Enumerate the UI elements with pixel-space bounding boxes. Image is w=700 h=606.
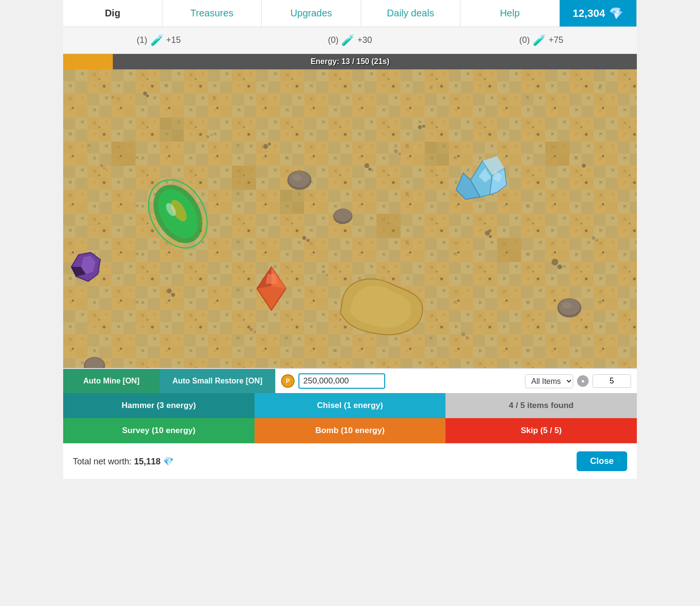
filter-count-input[interactable]	[592, 374, 631, 388]
footer: Total net worth: 15,118 💎 Close	[63, 443, 637, 479]
energy-bar-fill	[63, 54, 113, 69]
bomb-button[interactable]: Bomb (10 energy)	[255, 418, 446, 443]
controls-row1: Auto Mine [ON] Auto Small Restore [ON] P…	[63, 368, 637, 393]
svg-point-142	[596, 239, 598, 242]
svg-rect-133	[497, 238, 521, 262]
svg-rect-132	[425, 142, 449, 166]
svg-point-91	[485, 231, 490, 236]
svg-point-95	[364, 163, 369, 168]
svg-point-144	[326, 274, 328, 276]
energy-label: Energy: 13 / 150 (21s)	[310, 57, 390, 66]
svg-point-139	[394, 149, 398, 153]
svg-rect-129	[232, 166, 256, 190]
controls-row3: Survey (10 energy) Bomb (10 energy) Skip…	[63, 418, 637, 443]
flask-icon-3: 🧪	[533, 34, 546, 47]
svg-rect-128	[160, 118, 184, 142]
svg-point-146	[254, 331, 256, 333]
svg-rect-134	[545, 142, 569, 166]
svg-point-101	[292, 174, 302, 181]
gems-counter: 12,304 💎	[560, 0, 637, 26]
svg-point-138	[211, 134, 213, 136]
svg-point-93	[302, 236, 306, 240]
nav-tabs: Dig Treasures Upgrades Daily deals Help …	[63, 0, 637, 27]
svg-point-136	[103, 167, 105, 169]
footer-gem-icon: 💎	[163, 457, 174, 466]
filter-section: All Items ●	[519, 374, 637, 388]
flask-icon-2: 🧪	[341, 34, 354, 47]
svg-point-85	[268, 143, 271, 145]
svg-point-97	[552, 259, 558, 265]
svg-rect-131	[377, 214, 401, 238]
svg-point-82	[143, 92, 147, 95]
svg-point-86	[418, 125, 422, 129]
auto-mine-button[interactable]: Auto Mine [ON]	[63, 369, 160, 393]
svg-point-96	[368, 168, 371, 171]
svg-point-108	[562, 302, 572, 309]
svg-marker-126	[266, 274, 277, 284]
svg-point-89	[167, 289, 172, 293]
tab-help[interactable]: Help	[460, 0, 560, 26]
survey-button[interactable]: Survey (10 energy)	[63, 418, 255, 443]
points-input[interactable]	[298, 373, 385, 389]
svg-point-103	[334, 209, 351, 222]
net-worth: Total net worth: 15,118 💎	[73, 456, 174, 467]
svg-point-147	[461, 332, 465, 336]
svg-rect-130	[280, 190, 304, 214]
bonus-item-2: (0) 🧪 +30	[255, 34, 446, 47]
controls-row2: Hammer (3 energy) Chisel (1 energy) 4 / …	[63, 393, 637, 418]
tab-daily-deals[interactable]: Daily deals	[361, 0, 460, 26]
close-button[interactable]: Close	[577, 451, 627, 471]
svg-point-92	[489, 235, 492, 238]
flask-icon-1: 🧪	[150, 34, 163, 47]
svg-point-140	[399, 153, 401, 155]
svg-point-135	[100, 164, 103, 167]
items-found-display: 4 / 5 items found	[445, 393, 637, 418]
energy-bar: Energy: 13 / 150 (21s)	[63, 54, 637, 69]
svg-point-94	[307, 239, 310, 242]
tab-upgrades[interactable]: Upgrades	[262, 0, 361, 26]
svg-point-141	[592, 237, 595, 240]
skip-button[interactable]: Skip (5 / 5)	[445, 418, 637, 443]
points-section: P	[275, 373, 519, 389]
filter-select[interactable]: All Items	[525, 374, 573, 388]
dig-map[interactable]	[63, 69, 637, 368]
svg-point-84	[263, 144, 268, 149]
gem-icon: 💎	[609, 7, 623, 20]
bonus-item-1: (1) 🧪 +15	[63, 34, 255, 47]
svg-point-148	[466, 336, 469, 339]
tab-dig[interactable]: Dig	[63, 0, 162, 26]
svg-point-98	[557, 264, 562, 269]
hammer-button[interactable]: Hammer (3 energy)	[63, 393, 255, 418]
filter-gem-icon: ●	[577, 375, 589, 387]
bonus-row: (1) 🧪 +15 (0) 🧪 +30 (0) 🧪 +75	[63, 27, 637, 54]
points-coin-icon: P	[281, 374, 295, 388]
bonus-item-3: (0) 🧪 +75	[445, 34, 637, 47]
tab-treasures[interactable]: Treasures	[162, 0, 262, 26]
svg-point-143	[322, 270, 325, 273]
chisel-button[interactable]: Chisel (1 energy)	[255, 393, 446, 418]
svg-point-137	[206, 135, 209, 138]
svg-rect-127	[111, 142, 135, 166]
svg-point-83	[146, 94, 149, 97]
svg-point-88	[582, 164, 586, 168]
svg-point-90	[171, 293, 175, 297]
auto-restore-button[interactable]: Auto Small Restore [ON]	[160, 369, 275, 393]
svg-point-87	[422, 125, 425, 128]
svg-point-145	[250, 328, 253, 331]
